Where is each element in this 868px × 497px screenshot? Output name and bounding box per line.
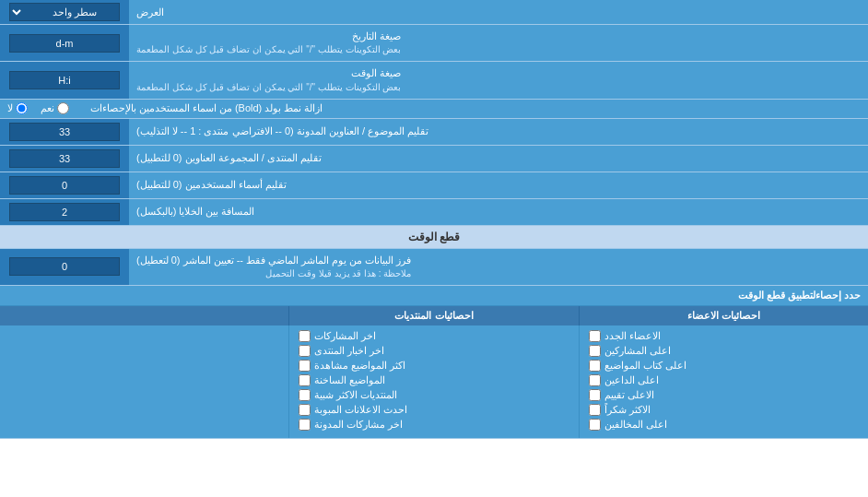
checkbox-top-donors: اعلى الداعين	[589, 374, 859, 386]
cell-spacing-input[interactable]	[9, 203, 120, 221]
cell-spacing-input-cell	[0, 199, 129, 225]
time-format-input[interactable]	[9, 71, 120, 89]
cutoff-section-header: قطع الوقت	[0, 226, 868, 249]
checkbox-most-similar: المنتديات الاكثر شبية	[299, 389, 569, 401]
latest-posts-label: اخر المشاركات	[314, 330, 376, 342]
most-thanks-label: الاكثر شكراً	[604, 404, 651, 416]
bold-no-label: لا	[7, 102, 13, 114]
most-similar-checkbox[interactable]	[299, 389, 311, 401]
forum-titles-input[interactable]	[9, 149, 120, 168]
new-members-label: الاعضاء الجدد	[604, 330, 661, 342]
latest-news-checkbox[interactable]	[299, 345, 311, 357]
bold-remove-label: ازالة نمط بولد (Bold) من اسماء المستخدمي…	[90, 102, 323, 114]
checkbox-latest-topics: المواضيع الساخنة	[299, 374, 569, 386]
col2-header: احصائيات المنتديات	[288, 306, 578, 325]
top-negative-label: اعلى المخالفين	[604, 419, 667, 431]
latest-topics-checkbox[interactable]	[299, 374, 311, 386]
forum-titles-input-cell	[0, 146, 129, 172]
usernames-label: تقليم أسماء المستخدمين (0 للتطبيل)	[129, 172, 868, 198]
time-format-label: صيغة الوقت بعض التكوينات يتطلب "/" التي …	[129, 62, 868, 98]
most-similar-label: المنتديات الاكثر شبية	[314, 389, 397, 401]
checkbox-most-thanks: الاكثر شكراً	[589, 404, 859, 416]
topic-titles-input[interactable]	[9, 123, 120, 141]
most-thanks-checkbox[interactable]	[589, 404, 601, 416]
display-select-cell: سطر واحد سطرين ثلاثة أسطر	[0, 0, 129, 24]
checkbox-latest-ads: احدث الاعلانات المبوبة	[299, 404, 569, 416]
top-donors-checkbox[interactable]	[589, 374, 601, 386]
cell-spacing-label: المسافة بين الخلايا (بالبكسل)	[129, 199, 868, 225]
top-topic-authors-label: اعلى كتاب المواضيع	[604, 360, 686, 372]
cutoff-input-cell	[0, 249, 129, 285]
checkboxes-col1: الاعضاء الجدد اعلى المشاركين اعلى كتاب ا…	[579, 325, 868, 438]
display-label: العرض	[129, 0, 868, 24]
bold-remove-cell: ازالة نمط بولد (Bold) من اسماء المستخدمي…	[0, 100, 868, 118]
checkboxes-col2: اخر المشاركات اخر اخبار المنتدى اكثر الم…	[288, 325, 578, 438]
latest-topics-label: المواضيع الساخنة	[314, 374, 385, 386]
top-negative-checkbox[interactable]	[589, 419, 601, 431]
top-posters-label: اعلى المشاركين	[604, 345, 671, 357]
date-format-label: صيغة التاريخ بعض التكوينات يتطلب "/" الت…	[129, 25, 868, 61]
display-select[interactable]: سطر واحد سطرين ثلاثة أسطر	[9, 3, 120, 21]
forum-titles-label: تقليم المنتدى / المجموعة العناوين (0 للت…	[129, 146, 868, 172]
checkbox-most-viewed: اكثر المواضيع مشاهدة	[299, 360, 569, 372]
new-members-checkbox[interactable]	[589, 330, 601, 342]
limit-label: حدد إحصاءلتطبيق قطع الوقت	[738, 290, 861, 302]
latest-news-label: اخر اخبار المنتدى	[314, 345, 384, 357]
top-raters-label: الاعلى تقييم	[604, 389, 654, 401]
latest-ads-checkbox[interactable]	[299, 404, 311, 416]
checkbox-latest-news: اخر اخبار المنتدى	[299, 345, 569, 357]
top-posters-checkbox[interactable]	[589, 345, 601, 357]
most-viewed-label: اكثر المواضيع مشاهدة	[314, 360, 405, 372]
checkbox-top-raters: الاعلى تقييم	[589, 389, 859, 401]
usernames-input[interactable]	[9, 176, 120, 195]
col3-header	[0, 306, 288, 325]
most-viewed-checkbox[interactable]	[299, 360, 311, 372]
cutoff-label: فرز البيانات من يوم الماشر الماضي فقط --…	[129, 249, 868, 285]
latest-blog-label: اخر مشاركات المدونة	[314, 419, 403, 431]
latest-ads-label: احدث الاعلانات المبوبة	[314, 404, 407, 416]
checkbox-top-topic-authors: اعلى كتاب المواضيع	[589, 360, 859, 372]
checkbox-top-posters: اعلى المشاركين	[589, 345, 859, 357]
latest-blog-checkbox[interactable]	[299, 419, 311, 431]
col1-header: احصائيات الاعضاء	[579, 306, 868, 325]
time-format-input-cell	[0, 62, 129, 98]
top-donors-label: اعلى الداعين	[604, 374, 659, 386]
top-topic-authors-checkbox[interactable]	[589, 360, 601, 372]
usernames-input-cell	[0, 172, 129, 198]
topic-titles-label: تقليم الموضوع / العناوين المدونة (0 -- ا…	[129, 119, 868, 145]
bold-remove-yes-radio[interactable]	[57, 102, 69, 114]
checkbox-top-negative: اعلى المخالفين	[589, 419, 859, 431]
checkbox-latest-blog: اخر مشاركات المدونة	[299, 419, 569, 431]
bold-yes-label: نعم	[41, 102, 54, 114]
topic-titles-input-cell	[0, 119, 129, 145]
top-raters-checkbox[interactable]	[589, 389, 601, 401]
checkbox-new-members: الاعضاء الجدد	[589, 330, 859, 342]
date-format-input-cell	[0, 25, 129, 61]
checkboxes-col3	[0, 325, 288, 438]
latest-posts-checkbox[interactable]	[299, 330, 311, 342]
date-format-input[interactable]	[9, 34, 120, 53]
checkbox-latest-posts: اخر المشاركات	[299, 330, 569, 342]
cutoff-input[interactable]	[9, 257, 120, 276]
bold-remove-no-radio[interactable]	[16, 102, 28, 114]
